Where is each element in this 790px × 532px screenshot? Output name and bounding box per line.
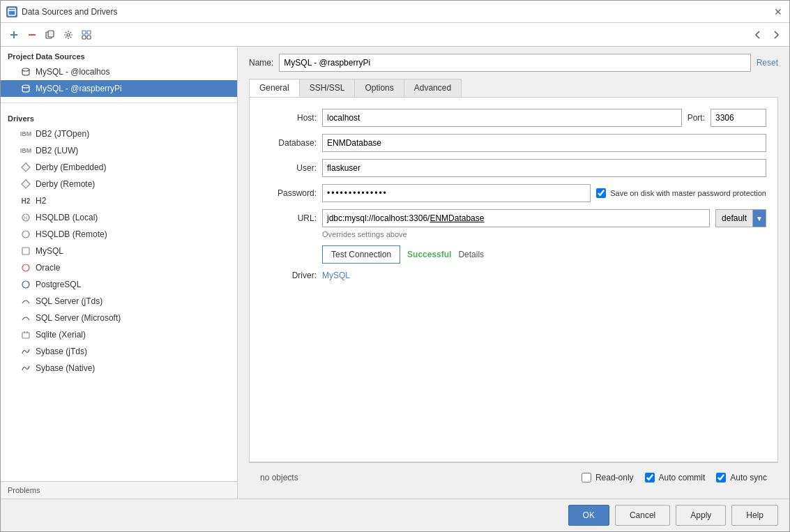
- bottom-bar: no objects Read-only Auto commit Auto sy…: [249, 462, 778, 492]
- details-link[interactable]: Details: [458, 250, 484, 259]
- import-button[interactable]: [79, 27, 94, 43]
- password-label: Password:: [261, 188, 317, 198]
- database-icon-selected: [20, 83, 31, 94]
- driver-icon: [20, 363, 31, 374]
- tab-options[interactable]: Options: [354, 79, 404, 97]
- driver-sybase-native[interactable]: Sybase (Native): [1, 360, 237, 377]
- bottom-left: no objects: [260, 473, 298, 482]
- driver-sqlserver-microsoft[interactable]: SQL Server (Microsoft): [1, 310, 237, 326]
- test-connection-row: Test Connection Successful Details: [322, 245, 766, 264]
- apply-button[interactable]: Apply: [676, 505, 726, 526]
- driver-label: HSQLDB (Remote): [36, 229, 107, 239]
- driver-derby-remote[interactable]: Derby (Remote): [1, 176, 237, 192]
- user-input[interactable]: [322, 159, 766, 177]
- driver-icon: H2: [20, 195, 31, 206]
- name-label: Name:: [249, 58, 273, 68]
- database-label: Database:: [261, 138, 317, 148]
- driver-row: Driver: MySQL: [261, 271, 766, 280]
- driver-label: HSQLDB (Local): [36, 213, 98, 222]
- driver-label: Driver:: [261, 271, 317, 280]
- sidebar-divider: [1, 102, 237, 103]
- ok-button[interactable]: OK: [568, 505, 609, 526]
- driver-icon: [20, 262, 31, 273]
- nav-back-button[interactable]: [750, 27, 766, 43]
- driver-icon: [20, 229, 31, 240]
- toolbar: [1, 23, 789, 47]
- driver-db2-jtopen[interactable]: IBM DB2 (JTOpen): [1, 126, 237, 142]
- driver-hsqldb-local[interactable]: H HSQLDB (Local): [1, 209, 237, 226]
- driver-mysql[interactable]: MySQL: [1, 243, 237, 259]
- settings-button[interactable]: [61, 27, 76, 43]
- driver-postgresql[interactable]: PostgreSQL: [1, 276, 237, 293]
- driver-label: Sqlite (Xerial): [36, 330, 86, 340]
- tab-general[interactable]: General: [249, 79, 300, 97]
- driver-db2-luw[interactable]: IBM DB2 (LUW): [1, 142, 237, 159]
- driver-label: Sybase (Native): [36, 363, 95, 373]
- svg-point-7: [67, 33, 70, 36]
- tab-content: Host: Port: Database: User: Pass: [249, 97, 778, 462]
- svg-text:H: H: [24, 215, 27, 220]
- url-dropdown-text: default: [716, 210, 753, 227]
- autocommit-checkbox[interactable]: [645, 473, 655, 482]
- close-button[interactable]: ✕: [773, 6, 784, 17]
- save-password-checkbox[interactable]: [596, 188, 606, 198]
- password-row: Password: Save on disk with master passw…: [261, 184, 766, 202]
- sidebar-item-mysql-raspberrypi[interactable]: MySQL - @raspberryPi: [1, 80, 237, 97]
- driver-label: H2: [36, 196, 46, 206]
- host-row: Host: Port:: [261, 109, 766, 127]
- save-password-row: Save on disk with master password protec…: [596, 188, 766, 198]
- cancel-button[interactable]: Cancel: [615, 505, 670, 526]
- sidebar-item-label-selected: MySQL - @raspberryPi: [36, 84, 122, 93]
- driver-icon: H: [20, 212, 31, 223]
- copy-button[interactable]: [43, 27, 58, 43]
- problems-bar: Problems: [1, 481, 237, 499]
- driver-link[interactable]: MySQL: [322, 271, 350, 280]
- driver-oracle[interactable]: Oracle: [1, 259, 237, 276]
- port-label: Port:: [688, 113, 705, 123]
- window-title: Data Sources and Drivers: [22, 7, 117, 17]
- nav-forward-button[interactable]: [768, 27, 784, 43]
- driver-sqlserver-jtds[interactable]: SQL Server (jTds): [1, 293, 237, 310]
- driver-hsqldb-remote[interactable]: HSQLDB (Remote): [1, 226, 237, 243]
- reset-link[interactable]: Reset: [757, 58, 778, 68]
- svg-point-12: [22, 68, 29, 71]
- driver-label: Oracle: [36, 263, 60, 273]
- database-icon: [20, 66, 31, 77]
- url-row: URL: jdbc:mysql://localhost:3306/ENMData…: [261, 209, 766, 227]
- right-panel: Name: Reset General SSH/SSL Options Adva…: [238, 47, 789, 499]
- readonly-label: Read-only: [595, 473, 634, 482]
- database-input[interactable]: [322, 134, 766, 152]
- tab-sshssl[interactable]: SSH/SSL: [299, 79, 356, 97]
- driver-derby-embedded[interactable]: Derby (Embedded): [1, 159, 237, 176]
- svg-rect-10: [82, 36, 86, 39]
- svg-rect-9: [87, 31, 91, 34]
- autosync-checkbox[interactable]: [716, 473, 726, 482]
- autosync-group: Auto sync: [716, 473, 767, 482]
- port-input[interactable]: [711, 109, 766, 127]
- svg-rect-22: [22, 333, 29, 338]
- url-normal-text: jdbc:mysql://localhost:3306/: [327, 213, 430, 223]
- name-input[interactable]: [279, 54, 750, 72]
- test-connection-button[interactable]: Test Connection: [322, 245, 400, 264]
- driver-label: SQL Server (Microsoft): [36, 313, 121, 323]
- help-button[interactable]: Help: [731, 505, 778, 526]
- drivers-section-label: Drivers: [1, 109, 237, 126]
- sidebar-item-label: MySQL - @localhos: [36, 67, 109, 77]
- driver-sybase-jtds[interactable]: Sybase (jTds): [1, 343, 237, 360]
- svg-point-20: [22, 264, 29, 271]
- tab-advanced[interactable]: Advanced: [404, 79, 462, 97]
- sidebar-item-mysql-localhost[interactable]: MySQL - @localhos: [1, 63, 237, 80]
- remove-button[interactable]: [24, 27, 40, 43]
- driver-label: SQL Server (jTds): [36, 296, 102, 306]
- driver-label: PostgreSQL: [36, 280, 81, 289]
- driver-sqlite-xerial[interactable]: Sqlite (Xerial): [1, 326, 237, 343]
- driver-h2[interactable]: H2 H2: [1, 192, 237, 209]
- sidebar: Project Data Sources MySQL - @localhos: [1, 47, 238, 499]
- readonly-checkbox[interactable]: [582, 473, 591, 482]
- svg-rect-0: [8, 8, 15, 15]
- host-input[interactable]: [322, 109, 682, 127]
- url-dropdown[interactable]: default ▼: [715, 209, 766, 227]
- password-input[interactable]: [322, 184, 591, 202]
- user-row: User:: [261, 159, 766, 177]
- add-button[interactable]: [6, 27, 22, 43]
